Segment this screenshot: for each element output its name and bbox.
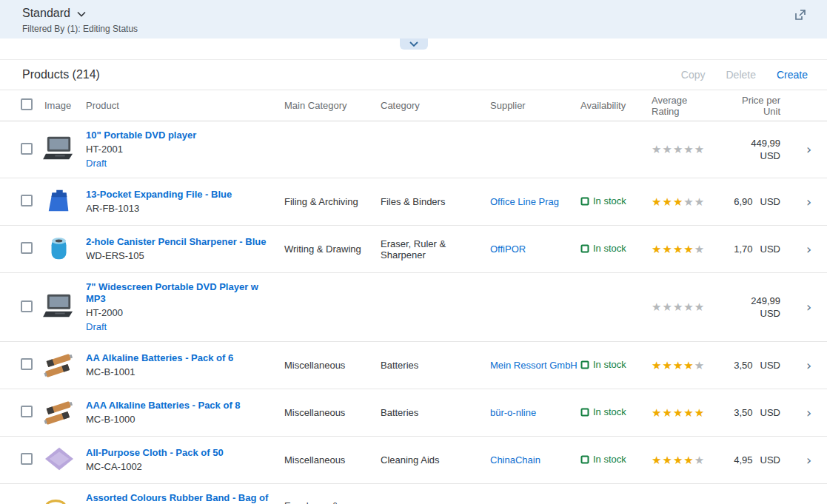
star-icon: ★	[673, 143, 683, 155]
price-amount: 4,95	[734, 454, 752, 466]
rating-stars: ★★★★★	[646, 121, 723, 178]
chevron-down-icon[interactable]	[77, 11, 86, 17]
supplier-link[interactable]: ChinaChain	[490, 454, 540, 466]
chevron-down-icon	[409, 41, 418, 47]
product-name-link[interactable]: 13-Pocket Expanding File - Blue	[86, 189, 232, 201]
copy-button[interactable]: Copy	[681, 69, 706, 81]
table-row[interactable]: AAA Alkaline Batteries - Pack of 8 MC-B-…	[0, 389, 827, 437]
product-name-link[interactable]: All-Purpose Cloth - Pack of 50	[86, 447, 224, 459]
chevron-right-icon[interactable]: ›	[806, 299, 811, 315]
row-checkbox[interactable]	[21, 242, 33, 254]
product-name-link[interactable]: AA Alkaline Batteries - Pack of 6	[86, 352, 233, 364]
chevron-right-icon[interactable]: ›	[806, 241, 811, 257]
availability-text: In stock	[593, 195, 626, 206]
price-amount: 1,70	[734, 243, 752, 255]
star-icon: ★	[673, 359, 683, 372]
main-category: Writing & Drawing	[278, 226, 375, 273]
products-table: Image Product Main Category Category Sup…	[0, 90, 827, 504]
star-icon: ★	[683, 359, 694, 372]
chevron-right-icon[interactable]: ›	[806, 452, 811, 468]
availability-text: In stock	[593, 359, 626, 370]
select-all-checkbox[interactable]	[21, 98, 33, 110]
chevron-right-icon[interactable]: ›	[806, 405, 811, 420]
row-checkbox[interactable]	[21, 195, 33, 206]
column-header-price: Price per Unit	[723, 90, 798, 121]
column-header-image: Image	[38, 90, 80, 121]
price-currency: USD	[760, 308, 780, 319]
row-checkbox[interactable]	[21, 453, 33, 465]
row-checkbox[interactable]	[21, 358, 33, 370]
page-header: Standard Filtered By (1): Editing Status	[0, 0, 827, 38]
main-category: Miscellaneous	[278, 437, 375, 484]
table-row[interactable]: 2-hole Canister Pencil Sharpener - Blue …	[0, 226, 827, 273]
price-currency: USD	[760, 196, 780, 207]
table-row[interactable]: All-Purpose Cloth - Pack of 50 MC-CA-100…	[0, 437, 827, 484]
product-name-link[interactable]: 10" Portable DVD player	[86, 130, 196, 141]
star-icon: ★	[652, 143, 662, 155]
table-row[interactable]: 13-Pocket Expanding File - Blue AR-FB-10…	[0, 178, 827, 226]
star-icon: ★	[694, 359, 705, 372]
price-amount: 3,50	[734, 360, 752, 371]
table-row[interactable]: AA Alkaline Batteries - Pack of 6 MC-B-1…	[0, 342, 827, 389]
star-icon: ★	[662, 243, 672, 255]
rating-stars: ★★★★★	[646, 178, 723, 226]
availability-status: In stock	[580, 454, 626, 465]
product-thumbnail	[42, 187, 76, 215]
column-header-nav	[798, 90, 827, 121]
table-row[interactable]: Assorted Colours Rubber Band - Bag of 87…	[0, 484, 827, 504]
price-per-unit: 1,70 USD	[726, 243, 780, 255]
product-thumbnail	[42, 445, 76, 473]
create-button[interactable]: Create	[777, 69, 808, 81]
product-thumbnail	[42, 397, 76, 426]
availability-text: In stock	[593, 406, 626, 417]
category: Cleaning Aids	[375, 437, 484, 484]
column-header-category: Category	[375, 90, 484, 121]
category: Batteries	[375, 389, 484, 437]
delete-button[interactable]: Delete	[726, 69, 756, 81]
product-name-link[interactable]: 2-hole Canister Pencil Sharpener - Blue	[86, 236, 266, 248]
star-icon: ★	[673, 454, 683, 466]
table-row[interactable]: 10" Portable DVD player HT-2001 Draft ★★…	[0, 121, 827, 178]
table-row[interactable]: 7" Widescreen Portable DVD Player w MP3 …	[0, 273, 827, 342]
table-toolbar: Products (214) Copy Delete Create	[0, 60, 827, 90]
supplier-link[interactable]: OffiPOR	[490, 243, 526, 255]
availability-icon	[580, 244, 589, 253]
main-category: Miscellaneous	[278, 389, 375, 437]
star-icon: ★	[694, 300, 705, 313]
product-name-link[interactable]: 7" Widescreen Portable DVD Player w MP3	[86, 281, 272, 305]
table-body: 10" Portable DVD player HT-2001 Draft ★★…	[0, 121, 827, 504]
share-icon[interactable]	[794, 9, 806, 21]
supplier-link[interactable]: bür-o-nline	[490, 407, 536, 418]
product-id: MC-B-1001	[86, 366, 272, 378]
price-per-unit: 249,99 USD	[726, 295, 780, 319]
chevron-right-icon[interactable]: ›	[806, 357, 811, 373]
filter-info: Filtered By (1): Editing Status	[22, 24, 805, 34]
rating-stars: ★★★★★	[646, 273, 723, 342]
column-header-product: Product	[80, 90, 278, 121]
chevron-right-icon[interactable]: ›	[806, 141, 811, 157]
category: Files & Binders	[375, 178, 484, 226]
collapse-header-button[interactable]	[400, 38, 428, 50]
price-per-unit: 4,95 USD	[726, 454, 780, 466]
main-category	[278, 273, 375, 342]
product-thumbnail	[42, 350, 76, 378]
star-icon: ★	[652, 243, 662, 255]
star-icon: ★	[694, 243, 705, 255]
row-checkbox[interactable]	[21, 143, 33, 155]
star-icon: ★	[683, 243, 694, 255]
supplier-link[interactable]: Office Line Prag	[490, 196, 559, 207]
star-icon: ★	[683, 195, 694, 208]
category	[375, 121, 484, 178]
product-name-link[interactable]: Assorted Colours Rubber Band - Bag of 87…	[86, 492, 272, 504]
supplier-link[interactable]: Mein Ressort GmbH	[490, 360, 577, 371]
row-checkbox[interactable]	[21, 300, 33, 312]
row-checkbox[interactable]	[21, 406, 33, 417]
column-header-supplier: Supplier	[484, 90, 575, 121]
product-name-link[interactable]: AAA Alkaline Batteries - Pack of 8	[86, 400, 241, 411]
draft-status: Draft	[86, 158, 272, 169]
variant-selector[interactable]: Standard	[22, 7, 805, 20]
product-id: AR-FB-1013	[86, 203, 272, 215]
chevron-right-icon[interactable]: ›	[806, 194, 811, 209]
price-currency: USD	[760, 243, 780, 255]
availability-icon	[580, 360, 589, 369]
